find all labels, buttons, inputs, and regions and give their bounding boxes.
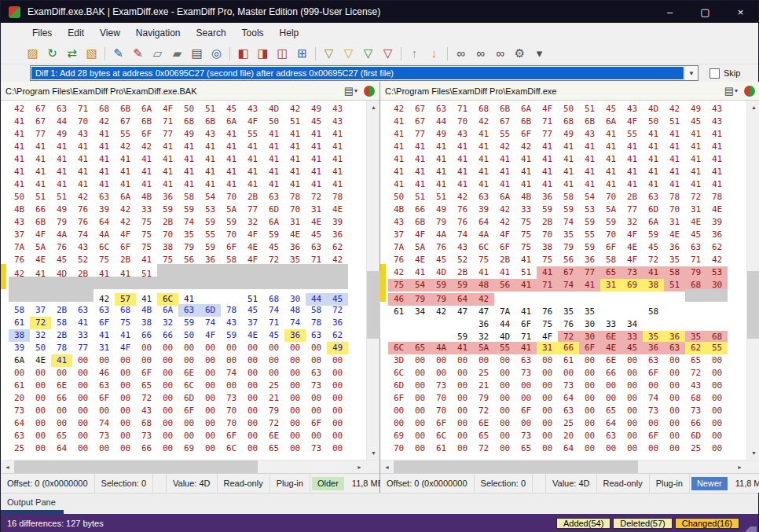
edit-second-icon[interactable]: ✎ — [128, 44, 148, 63]
hex-byte[interactable]: 00 — [72, 442, 94, 455]
copy-first-icon[interactable]: ▱ — [148, 44, 167, 63]
scroll-down-icon[interactable]: ▼ — [367, 446, 380, 460]
close-button[interactable]: × — [723, 1, 758, 23]
zoom-icon[interactable]: ◎ — [207, 44, 226, 63]
hex-byte[interactable]: 70 — [388, 442, 409, 455]
hex-byte[interactable]: 00 — [94, 442, 115, 455]
minimize-button[interactable]: – — [652, 1, 688, 23]
print-icon[interactable]: ▤ — [187, 44, 207, 63]
hex-byte[interactable]: 00 — [409, 442, 431, 455]
hex-byte[interactable]: 00 — [200, 442, 221, 455]
diff-selector-combobox[interactable]: Diff 1: Add 28 bytes at address 0x00695C… — [30, 65, 698, 81]
hex-byte[interactable]: 64 — [558, 442, 579, 455]
hex-byte[interactable]: 73 — [306, 442, 327, 455]
hex-byte[interactable]: 64 — [51, 442, 72, 455]
hex-byte[interactable]: 65 — [515, 442, 537, 455]
copy-second-icon[interactable]: ▰ — [167, 44, 187, 63]
hex-byte[interactable]: 00 — [242, 442, 263, 455]
filter-changed-icon[interactable]: ▽ — [378, 44, 398, 63]
hex-byte[interactable]: 00 — [600, 442, 622, 455]
hex-byte[interactable]: 00 — [579, 442, 600, 455]
options-caret-icon[interactable]: ▾ — [530, 44, 549, 63]
scrollbar-track[interactable] — [367, 114, 380, 446]
menu-item-search[interactable]: Search — [189, 23, 234, 43]
resize-grip[interactable] — [744, 520, 757, 532]
scroll-down-icon[interactable]: ▼ — [747, 446, 759, 460]
hex-byte[interactable]: 66 — [136, 442, 157, 455]
find-next-icon[interactable]: ∞ — [471, 44, 490, 63]
hex-byte[interactable]: 00 — [284, 442, 306, 455]
print-icon[interactable]: ▤ — [724, 85, 734, 97]
horizontal-scrollbar[interactable]: ◄ ► — [1, 460, 380, 473]
scroll-up-icon[interactable]: ▲ — [367, 101, 380, 114]
scrollbar-thumb[interactable] — [14, 460, 258, 473]
scroll-up-icon[interactable]: ▲ — [747, 101, 759, 114]
hex-byte[interactable]: 00 — [115, 442, 136, 455]
skip-checkbox[interactable] — [710, 68, 720, 79]
menu-item-help[interactable]: Help — [272, 23, 307, 43]
examdiff-logo-icon[interactable] — [364, 86, 375, 97]
scroll-left-icon[interactable]: ◄ — [1, 460, 14, 474]
hex-byte[interactable]: 00 — [157, 442, 178, 455]
scrollbar-thumb[interactable] — [394, 460, 638, 473]
second-hex-grid-area[interactable]: 42676371686B6A4F505145434D42494341674470… — [380, 101, 746, 460]
open-files-icon[interactable]: ▨ — [23, 44, 42, 63]
open-session-icon[interactable]: ▧ — [82, 44, 101, 63]
filter-all-icon[interactable]: ▽ — [319, 44, 339, 63]
hex-byte[interactable]: 69 — [178, 442, 200, 455]
scroll-right-icon[interactable]: ► — [353, 460, 366, 474]
hex-byte[interactable]: 61 — [431, 442, 452, 455]
table-view-icon[interactable]: ⊞ — [292, 44, 312, 63]
first-hex-grid-area[interactable]: 42676371686B6A4F505145434D42494341674470… — [1, 101, 366, 460]
recompare-icon[interactable]: ↻ — [42, 44, 62, 63]
hex-byte[interactable]: 72 — [473, 442, 494, 455]
hex-byte[interactable]: 65 — [263, 442, 284, 455]
vertical-scrollbar[interactable]: ▲ ▼ — [746, 101, 759, 460]
hex-byte[interactable]: 00 — [643, 442, 664, 455]
hex-byte[interactable]: 00 — [327, 442, 348, 455]
chevron-down-icon[interactable]: ▼ — [684, 66, 698, 80]
show-first-only-icon[interactable]: ◧ — [233, 44, 253, 63]
vertical-scrollbar[interactable]: ▲ ▼ — [366, 101, 380, 460]
horizontal-scrollbar[interactable]: ◄ ► — [380, 460, 759, 473]
menu-item-navigation[interactable]: Navigation — [128, 23, 189, 43]
menu-item-files[interactable]: Files — [24, 23, 60, 43]
next-diff-icon[interactable]: ↓ — [424, 44, 444, 63]
scrollbar-thumb[interactable] — [367, 271, 380, 339]
scroll-left-icon[interactable]: ◄ — [380, 460, 394, 474]
show-second-only-icon[interactable]: ◨ — [253, 44, 273, 63]
scroll-right-icon[interactable]: ► — [733, 460, 746, 474]
hex-byte[interactable]: 00 — [664, 442, 685, 455]
hex-byte[interactable]: 00 — [537, 442, 558, 455]
scrollbar-track[interactable] — [14, 460, 353, 473]
skip-control[interactable]: Skip — [710, 68, 750, 79]
split-view-icon[interactable]: ◫ — [273, 44, 292, 63]
hex-byte[interactable]: 25 — [685, 442, 706, 455]
scrollbar-track[interactable] — [394, 460, 733, 473]
find-in-files-icon[interactable]: ∞ — [490, 44, 510, 63]
hex-byte[interactable]: 00 — [494, 442, 515, 455]
options-icon[interactable]: ⚙ — [510, 44, 530, 63]
hex-byte[interactable]: 00 — [622, 442, 643, 455]
find-icon[interactable]: ∞ — [451, 44, 471, 63]
hex-byte[interactable]: 00 — [30, 442, 51, 455]
print-caret-icon[interactable]: ▾ — [735, 87, 738, 94]
edit-first-icon[interactable]: ✎ — [108, 44, 128, 63]
maximize-button[interactable]: ▢ — [688, 1, 723, 23]
hex-byte[interactable]: 00 — [706, 442, 728, 455]
examdiff-logo-icon[interactable] — [744, 86, 755, 97]
filter-added-icon[interactable]: ▽ — [339, 44, 358, 63]
menu-item-view[interactable]: View — [92, 23, 128, 43]
menu-item-edit[interactable]: Edit — [60, 23, 92, 43]
output-pane-tab[interactable]: Output Pane — [7, 497, 56, 507]
print-caret-icon[interactable]: ▾ — [354, 87, 358, 94]
scrollbar-track[interactable] — [747, 114, 759, 446]
previous-diff-icon[interactable]: ↑ — [405, 44, 424, 63]
menu-item-tools[interactable]: Tools — [234, 23, 272, 43]
print-icon[interactable]: ▤ — [344, 85, 354, 97]
hex-byte[interactable]: 25 — [9, 442, 30, 455]
swap-panes-icon[interactable]: ⇄ — [62, 44, 82, 63]
filter-deleted-icon[interactable]: ▽ — [358, 44, 378, 63]
hex-byte[interactable]: 6C — [221, 442, 242, 455]
scrollbar-thumb[interactable] — [747, 271, 759, 339]
